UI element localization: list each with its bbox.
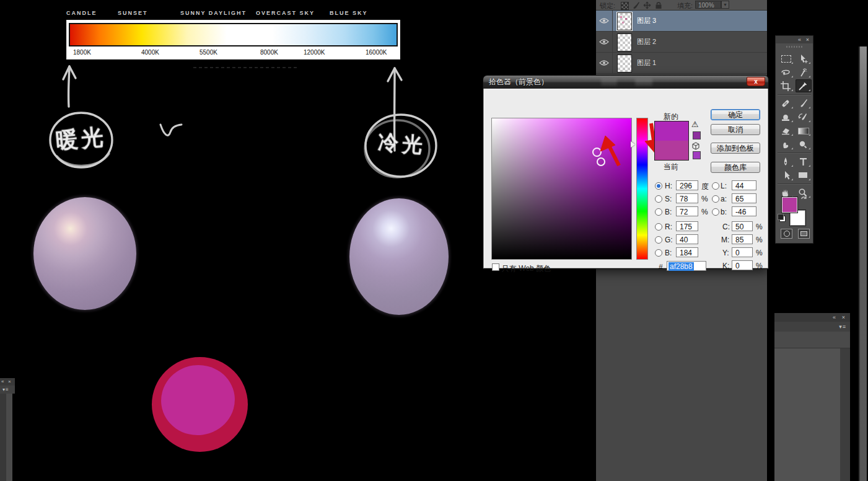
lock-transparent-icon[interactable] [621, 2, 629, 10]
panel-menu-icon[interactable]: ▾≡ [2, 387, 9, 392]
y-field[interactable]: 0 [732, 247, 753, 257]
gamut-warning-icon[interactable]: ⚠ [691, 120, 699, 129]
c-field[interactable]: 50 [732, 221, 753, 231]
lasso-tool[interactable] [778, 66, 794, 79]
layer-row-3[interactable]: 图层 3 [596, 11, 767, 32]
color-picker-dialog: 拾色器（前景色） x 新的 当前 ⚠ 确 [483, 76, 768, 268]
l-radio[interactable] [712, 182, 719, 190]
b2-field[interactable]: 184 [676, 247, 698, 257]
gradient-tool[interactable] [796, 124, 812, 137]
layer-3-eye-cell[interactable] [596, 11, 613, 31]
fill-value-box[interactable]: 100% [695, 1, 721, 9]
add-to-swatches-button[interactable]: 添加到色板 [711, 143, 760, 154]
close-panel-icon[interactable]: × [806, 37, 810, 43]
layer-1-name[interactable]: 图层 1 [637, 58, 656, 68]
collapse-panel-icon[interactable]: « [798, 37, 802, 43]
layer-3-name[interactable]: 图层 3 [637, 16, 656, 25]
a-field[interactable]: 65 [732, 193, 756, 203]
r-field[interactable]: 175 [676, 221, 698, 231]
healing-brush-tool[interactable] [778, 97, 794, 110]
magic-wand-tool[interactable] [796, 66, 812, 79]
screen-mode-button[interactable] [798, 229, 810, 239]
layer-1-thumbnail[interactable] [617, 55, 632, 73]
m-field[interactable]: 85 [732, 234, 753, 244]
layer-row-2[interactable]: 图层 2 [596, 32, 767, 53]
b-label: B: [665, 208, 672, 216]
rectangular-marquee-tool[interactable] [778, 52, 794, 65]
l-field[interactable]: 44 [732, 180, 756, 190]
web-only-checkbox[interactable] [492, 263, 499, 271]
panel-grip-dots[interactable] [786, 46, 802, 48]
clone-stamp-tool[interactable] [778, 110, 794, 123]
web-safe-cube-icon[interactable] [691, 142, 700, 151]
panel-content[interactable] [774, 348, 840, 481]
hue-slider[interactable] [636, 118, 648, 260]
eraser-tool[interactable] [778, 124, 794, 137]
color-picker-title: 拾色器（前景色） [489, 77, 548, 86]
collapse-panel-icon[interactable]: « [833, 314, 836, 320]
path-selection-tool[interactable] [778, 169, 794, 182]
layer-2-thumbnail[interactable] [617, 33, 632, 51]
layer-2-name[interactable]: 图层 2 [637, 37, 656, 46]
lock-pixels-icon[interactable] [632, 1, 640, 9]
fill-dropdown-button[interactable]: ▼ [721, 1, 729, 9]
color-libraries-button[interactable]: 颜色库 [711, 162, 760, 173]
k-field[interactable]: 0 [732, 260, 753, 270]
h-radio[interactable] [655, 182, 662, 190]
swap-colors-icon[interactable] [800, 195, 809, 204]
panel-tab-strip[interactable] [774, 332, 850, 348]
gamut-warning-swatch[interactable] [693, 131, 701, 139]
layer-1-eye-cell[interactable] [596, 53, 613, 73]
ok-button[interactable]: 确定 [711, 109, 760, 120]
g-field[interactable]: 40 [676, 234, 698, 244]
collapse-panel-icon[interactable]: « [1, 379, 4, 384]
hex-field[interactable]: af28b8 [667, 261, 706, 271]
b2-radio[interactable] [655, 249, 662, 257]
hue-slider-marker-right[interactable] [649, 141, 653, 148]
b-lab-radio[interactable] [712, 208, 719, 216]
eyedropper-tool[interactable] [796, 79, 812, 92]
close-panel-icon[interactable]: × [842, 314, 846, 320]
color-field-cursor-2[interactable] [597, 157, 605, 166]
cold-lit-sphere [349, 198, 449, 315]
smudge-tool[interactable] [778, 138, 794, 151]
warm-light-annotation: 暖光 [55, 122, 108, 157]
panel-menu-icon[interactable]: ▾≡ [839, 324, 846, 330]
dodge-tool[interactable] [796, 138, 812, 151]
history-brush-tool[interactable] [796, 110, 812, 123]
web-safe-swatch[interactable] [693, 151, 701, 159]
foreground-color-swatch[interactable] [782, 197, 797, 213]
s-radio[interactable] [655, 195, 662, 203]
a-radio[interactable] [712, 195, 719, 203]
b-radio[interactable] [655, 208, 662, 216]
layer-row-1[interactable]: 图层 1 [596, 53, 767, 74]
move-tool[interactable] [796, 52, 812, 65]
layer-2-eye-cell[interactable] [596, 32, 613, 52]
titlebar-glass-smudge [635, 79, 652, 86]
type-tool[interactable] [796, 155, 812, 168]
r-radio[interactable] [655, 223, 662, 231]
g-radio[interactable] [655, 236, 662, 244]
color-field-cursor[interactable] [592, 148, 602, 157]
close-panel-icon[interactable]: × [8, 379, 12, 384]
right-dock-edge-strip[interactable] [859, 46, 867, 481]
crop-tool[interactable] [778, 79, 794, 92]
b-field[interactable]: 72 [676, 206, 698, 216]
color-picker-titlebar[interactable]: 拾色器（前景色） [483, 76, 768, 89]
pen-tool[interactable] [778, 155, 794, 168]
rectangle-shape-tool[interactable] [796, 169, 812, 182]
cancel-button[interactable]: 取消 [711, 124, 760, 135]
color-field[interactable] [491, 118, 632, 260]
s-field[interactable]: 78 [676, 193, 698, 203]
lock-all-icon[interactable] [655, 1, 662, 9]
quick-mask-button[interactable] [781, 229, 792, 239]
h-field[interactable]: 296 [676, 180, 698, 190]
b-lab-field[interactable]: -46 [732, 206, 756, 216]
panel-edge-light[interactable] [6, 394, 12, 481]
lock-position-icon[interactable] [643, 1, 651, 9]
brush-tool[interactable] [796, 97, 812, 110]
hue-slider-marker-left[interactable] [631, 141, 635, 148]
close-icon[interactable]: x [747, 77, 765, 86]
layer-3-thumbnail[interactable] [617, 12, 632, 30]
default-colors-icon[interactable] [778, 214, 786, 222]
